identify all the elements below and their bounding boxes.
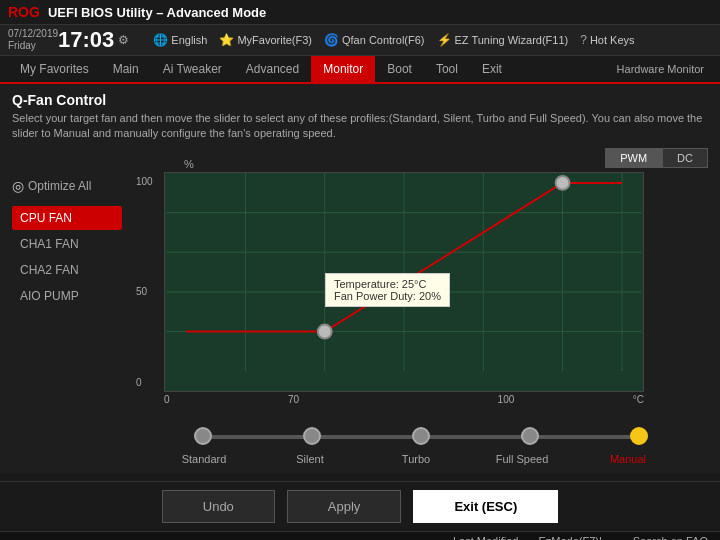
- fan-icon: 🌀: [324, 33, 339, 47]
- nav-advanced[interactable]: Advanced: [234, 56, 311, 82]
- date-display: 07/12/2019 Friday: [8, 28, 58, 52]
- chart-tooltip: Temperature: 25°C Fan Power Duty: 20%: [325, 273, 450, 307]
- fan-cha1[interactable]: CHA1 FAN: [12, 232, 122, 256]
- page-description: Select your target fan and then move the…: [12, 111, 708, 142]
- slider-standard[interactable]: [194, 427, 212, 445]
- bottom-bar: Undo Apply Exit (ESC): [0, 481, 720, 531]
- fan-list: ◎ Optimize All CPU FAN CHA1 FAN CHA2 FAN…: [12, 148, 122, 465]
- page-title: Q-Fan Control: [12, 92, 708, 108]
- slider-silent[interactable]: [303, 427, 321, 445]
- label-silent: Silent: [280, 453, 340, 465]
- x-label-70: 70: [288, 394, 299, 405]
- page-header: Q-Fan Control Select your target fan and…: [12, 92, 708, 142]
- slider-dots: [194, 427, 648, 445]
- chart-area: PWM DC % 100 50 0: [134, 148, 708, 465]
- svg-line-11: [325, 183, 563, 332]
- slider-turbo[interactable]: [412, 427, 430, 445]
- nav-bar: My Favorites Main Ai Tweaker Advanced Mo…: [0, 56, 720, 84]
- undo-button[interactable]: Undo: [162, 490, 275, 523]
- optimize-all-button[interactable]: ◎ Optimize All: [12, 178, 122, 194]
- nav-ai-tweaker[interactable]: Ai Tweaker: [151, 56, 234, 82]
- info-bar-links: 🌐English ⭐MyFavorite(F3) 🌀Qfan Control(F…: [153, 33, 712, 47]
- label-fullspeed: Full Speed: [492, 453, 552, 465]
- label-manual: Manual: [598, 453, 658, 465]
- ez-mode-link[interactable]: EzMode(F7)|→: [538, 535, 612, 540]
- tooltip-duty: Fan Power Duty: 20%: [334, 290, 441, 302]
- app-title: UEFI BIOS Utility – Advanced Mode: [48, 5, 266, 20]
- globe-icon: 🌐: [153, 33, 168, 47]
- y-axis-label: %: [184, 158, 194, 170]
- myfavorite-link[interactable]: ⭐MyFavorite(F3): [219, 33, 312, 47]
- main-content: Q-Fan Control Select your target fan and…: [0, 84, 720, 473]
- x-label-100: 100: [498, 394, 515, 405]
- exit-button[interactable]: Exit (ESC): [413, 490, 558, 523]
- pwm-button[interactable]: PWM: [605, 148, 662, 168]
- status-links: Last Modified EzMode(F7)|→ Search on FAQ: [453, 535, 708, 540]
- hotkeys-link[interactable]: ?Hot Keys: [580, 33, 634, 47]
- title-bar: ROG UEFI BIOS Utility – Advanced Mode: [0, 0, 720, 25]
- help-icon: ?: [580, 33, 587, 47]
- slider-manual[interactable]: [630, 427, 648, 445]
- optimize-icon: ◎: [12, 178, 24, 194]
- search-faq-link[interactable]: Search on FAQ: [633, 535, 708, 540]
- fan-aio-pump[interactable]: AIO PUMP: [12, 284, 122, 308]
- y-label-0: 0: [136, 377, 153, 388]
- nav-my-favorites[interactable]: My Favorites: [8, 56, 101, 82]
- pwm-dc-toggle: PWM DC: [134, 148, 708, 168]
- lightning-icon: ⚡: [437, 33, 452, 47]
- label-turbo: Turbo: [386, 453, 446, 465]
- slider-track: [194, 435, 648, 439]
- x-label-0: 0: [164, 394, 170, 405]
- y-label-50: 50: [136, 286, 153, 297]
- tooltip-temp: Temperature: 25°C: [334, 278, 441, 290]
- dc-button[interactable]: DC: [662, 148, 708, 168]
- time-gear-icon[interactable]: ⚙: [118, 33, 129, 47]
- nav-monitor[interactable]: Monitor: [311, 56, 375, 82]
- y-label-100: 100: [136, 176, 153, 187]
- content-area: ◎ Optimize All CPU FAN CHA1 FAN CHA2 FAN…: [12, 148, 708, 465]
- profile-slider: Standard Silent Turbo Full Speed Manual: [134, 435, 708, 465]
- svg-point-13: [318, 324, 332, 338]
- nav-hardware-monitor[interactable]: Hardware Monitor: [609, 57, 712, 81]
- qfan-link[interactable]: 🌀Qfan Control(F6): [324, 33, 425, 47]
- rog-logo: ROG: [8, 4, 40, 20]
- status-bar: Last Modified EzMode(F7)|→ Search on FAQ: [0, 531, 720, 540]
- ez-tuning-link[interactable]: ⚡EZ Tuning Wizard(F11): [437, 33, 569, 47]
- nav-main[interactable]: Main: [101, 56, 151, 82]
- nav-boot[interactable]: Boot: [375, 56, 424, 82]
- fan-cha2[interactable]: CHA2 FAN: [12, 258, 122, 282]
- x-axis-unit: °C: [633, 394, 644, 405]
- apply-button[interactable]: Apply: [287, 490, 402, 523]
- slider-fullspeed[interactable]: [521, 427, 539, 445]
- language-link[interactable]: 🌐English: [153, 33, 207, 47]
- time-display: 17:03: [58, 27, 114, 53]
- last-modified-link[interactable]: Last Modified: [453, 535, 518, 540]
- label-standard: Standard: [174, 453, 234, 465]
- info-bar: 07/12/2019 Friday 17:03 ⚙ 🌐English ⭐MyFa…: [0, 25, 720, 56]
- fan-chart[interactable]: Temperature: 25°C Fan Power Duty: 20%: [164, 172, 644, 392]
- fan-cpu[interactable]: CPU FAN: [12, 206, 122, 230]
- slider-labels: Standard Silent Turbo Full Speed Manual: [174, 453, 668, 465]
- nav-exit[interactable]: Exit: [470, 56, 514, 82]
- star-icon: ⭐: [219, 33, 234, 47]
- svg-point-14: [556, 176, 570, 190]
- nav-tool[interactable]: Tool: [424, 56, 470, 82]
